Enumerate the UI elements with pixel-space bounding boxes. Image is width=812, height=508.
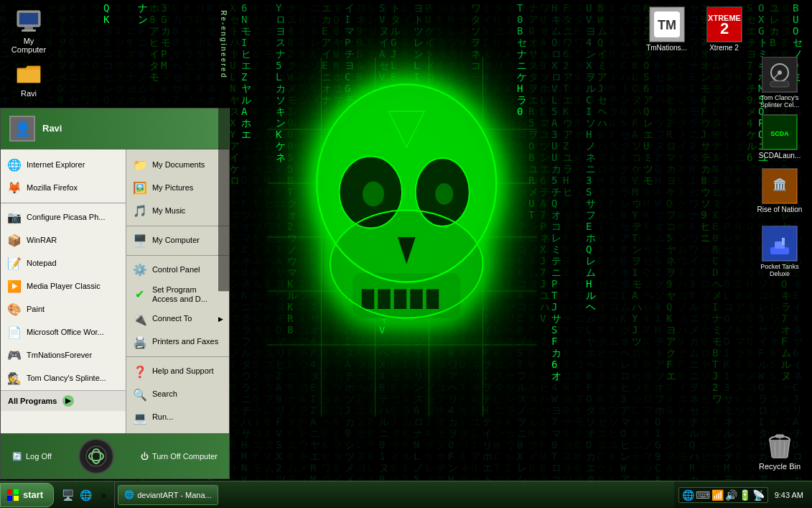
menu-item-winrar[interactable]: 📦 WinRAR bbox=[1, 229, 126, 252]
desktop-icon-tmnations[interactable]: TM TmNations... bbox=[640, 4, 694, 55]
media-player-label: Media Player Classic bbox=[27, 282, 101, 291]
svg-rect-16 bbox=[394, 290, 407, 310]
user-avatar: 👤 bbox=[9, 116, 35, 142]
menu-item-my-pics[interactable]: 🖼️ My Pictures bbox=[126, 177, 229, 200]
menu-separator-r1 bbox=[126, 226, 229, 226]
printers-label: Printers and Faxes bbox=[152, 337, 218, 346]
set-program-icon: ✔ bbox=[132, 287, 148, 303]
rise-of-nations-icon: 🏛️ bbox=[762, 168, 798, 204]
desktop-icon-scda[interactable]: SCDA SCDALaun... bbox=[751, 111, 808, 162]
menu-item-printers[interactable]: 🖨️ Printers and Faxes bbox=[126, 331, 229, 354]
all-programs-arrow-icon: ▶ bbox=[62, 395, 74, 407]
control-panel-icon: ⚙️ bbox=[132, 262, 148, 278]
picasa-icon: 📷 bbox=[6, 210, 22, 226]
scda-icon: SCDA bbox=[762, 114, 798, 150]
turn-off-button[interactable]: ⏻ Turn Off Computer bbox=[136, 450, 222, 463]
menu-item-ie[interactable]: 🌐 Internet Explorer bbox=[1, 154, 126, 177]
tmnations-menu-icon: 🎮 bbox=[6, 348, 22, 364]
start-menu-body: 🌐 Internet Explorer 🦊 Mozilla Firefox 📷 … bbox=[1, 149, 229, 433]
start-button[interactable]: start bbox=[0, 483, 54, 507]
menu-item-help[interactable]: ❓ Help and Support bbox=[126, 360, 229, 383]
svg-rect-18 bbox=[426, 290, 439, 310]
menu-item-connect-to[interactable]: 🔌 Connect To bbox=[126, 308, 229, 331]
menu-item-tmnations[interactable]: 🎮 TmNationsForever bbox=[1, 344, 126, 367]
svg-point-39 bbox=[778, 70, 782, 75]
ql-ie-icon[interactable]: 🌐 bbox=[78, 487, 93, 503]
start-menu-right-panel: 📁 My Documents 🖼️ My Pictures 🎵 My Music… bbox=[126, 149, 229, 433]
pocket-tanks-icon bbox=[762, 226, 798, 262]
start-menu-footer: 🔄 Log Off ⏻ Turn Off Computer bbox=[1, 433, 229, 479]
tmnations-icon: TM bbox=[649, 6, 685, 42]
tmnations-label: TmNations... bbox=[646, 44, 687, 52]
bluetooth-tray-icon[interactable]: 📡 bbox=[752, 489, 765, 501]
all-programs-button[interactable]: All Programs ▶ bbox=[1, 390, 126, 411]
log-off-icon: 🔄 bbox=[12, 452, 22, 461]
log-off-button[interactable]: 🔄 Log Off bbox=[8, 450, 56, 463]
my-computer-r-label: My Computer bbox=[152, 236, 200, 245]
menu-item-msoffice[interactable]: 📄 Microsoft Office Wor... bbox=[1, 321, 126, 344]
all-programs-label: All Programs bbox=[8, 397, 57, 405]
ie-label: Internet Explorer bbox=[27, 160, 85, 170]
taskbar-app-deviantart[interactable]: 🌐 deviantART - Mana... bbox=[118, 485, 218, 505]
help-label: Help and Support bbox=[152, 366, 214, 376]
recycle-bin-icon bbox=[765, 432, 794, 461]
menu-item-search[interactable]: 🔍 Search bbox=[126, 383, 229, 406]
xbox-logo bbox=[78, 438, 114, 474]
desktop-icon-splinter-cell[interactable]: Tom Clancy'sSplinter Cel... bbox=[751, 54, 808, 111]
printers-icon: 🖨️ bbox=[132, 334, 148, 350]
skull-wallpaper bbox=[266, 57, 538, 417]
wifi-tray-icon[interactable]: 📶 bbox=[711, 489, 724, 501]
side-text: Re-engineered bbox=[218, 7, 229, 291]
ql-expand-icon[interactable]: » bbox=[95, 487, 111, 503]
set-program-label: Set Program Access and D... bbox=[152, 285, 223, 304]
my-music-label: My Music bbox=[152, 206, 185, 216]
desktop-icon-rise-of-nations[interactable]: 🏛️ Rise of Nation bbox=[751, 165, 808, 216]
paint-icon: 🎨 bbox=[6, 302, 22, 318]
xtreme2-label: Xtreme 2 bbox=[709, 44, 739, 52]
volume-tray-icon[interactable]: 🔊 bbox=[725, 489, 737, 501]
system-clock[interactable]: 9:43 AM bbox=[770, 491, 808, 499]
desktop-icon-my-computer[interactable]: My Computer bbox=[4, 4, 54, 57]
my-computer-label: My Computer bbox=[6, 37, 51, 54]
battery-tray-icon[interactable]: 🔋 bbox=[739, 489, 751, 501]
my-pics-label: My Pictures bbox=[152, 183, 193, 193]
svg-rect-14 bbox=[362, 290, 375, 310]
winrar-icon: 📦 bbox=[6, 233, 22, 249]
svg-rect-48 bbox=[782, 238, 785, 245]
menu-item-set-program[interactable]: ✔ Set Program Access and D... bbox=[126, 282, 229, 308]
menu-item-my-docs[interactable]: 📁 My Documents bbox=[126, 154, 229, 177]
ravi-label: Ravi bbox=[21, 89, 37, 98]
menu-item-my-music[interactable]: 🎵 My Music bbox=[126, 200, 229, 223]
paint-label: Paint bbox=[27, 305, 45, 314]
picasa-label: Configure Picasa Ph... bbox=[27, 213, 105, 222]
app-icon: 🌐 bbox=[124, 490, 134, 499]
menu-item-control-panel[interactable]: ⚙️ Control Panel bbox=[126, 259, 229, 282]
search-menu-icon: 🔍 bbox=[132, 387, 148, 402]
menu-separator-r2 bbox=[126, 255, 229, 256]
svg-rect-29 bbox=[22, 29, 36, 32]
splinter-cell-icon bbox=[762, 57, 798, 93]
media-player-icon: ▶️ bbox=[6, 279, 22, 295]
menu-item-firefox[interactable]: 🦊 Mozilla Firefox bbox=[1, 177, 126, 200]
svg-rect-58 bbox=[14, 489, 19, 494]
ql-desktop-icon[interactable]: 🖥️ bbox=[60, 487, 75, 503]
menu-item-splinter[interactable]: 🕵️ Tom Clancy's Splinte... bbox=[1, 367, 126, 390]
desktop-icon-pocket-tanks[interactable]: Pocket TanksDeluxe bbox=[751, 223, 808, 280]
desktop-icon-recycle-bin[interactable]: Recycle Bin bbox=[755, 429, 805, 474]
menu-item-notepad[interactable]: 📝 Notepad bbox=[1, 252, 126, 275]
menu-item-paint[interactable]: 🎨 Paint bbox=[1, 298, 126, 321]
notepad-icon: 📝 bbox=[6, 256, 22, 272]
svg-rect-15 bbox=[378, 290, 391, 310]
menu-item-my-computer-r[interactable]: 🖥️ My Computer bbox=[126, 229, 229, 252]
keyboard-tray-icon[interactable]: ⌨ bbox=[696, 489, 710, 501]
turn-off-icon: ⏻ bbox=[141, 452, 149, 461]
desktop-icon-ravi[interactable]: Ravi bbox=[4, 56, 54, 101]
svg-text:🏛️: 🏛️ bbox=[773, 177, 787, 191]
menu-item-media-player[interactable]: ▶️ Media Player Classic bbox=[1, 275, 126, 298]
network-tray-icon[interactable]: 🌐 bbox=[682, 489, 694, 501]
control-panel-label: Control Panel bbox=[152, 265, 200, 274]
desktop-icon-xtreme2[interactable]: XTREME 2 Xtreme 2 bbox=[697, 4, 751, 55]
menu-item-run[interactable]: 💻 Run... bbox=[126, 406, 229, 429]
desktop: My Computer Ravi cri 07 ExTra bbox=[0, 0, 812, 508]
menu-item-picasa[interactable]: 📷 Configure Picasa Ph... bbox=[1, 206, 126, 229]
